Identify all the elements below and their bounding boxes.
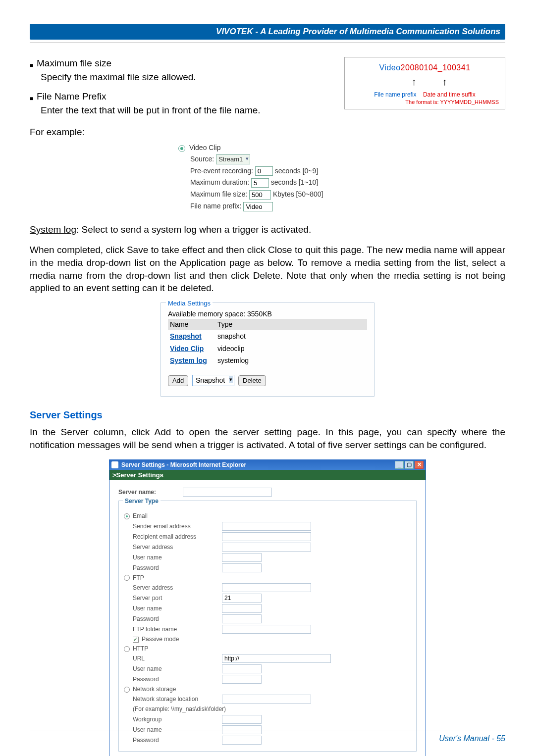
radio-http[interactable] — [124, 646, 130, 652]
ftp-port-label: Server port — [133, 594, 222, 602]
ns-workgroup-input[interactable] — [222, 715, 262, 724]
diagram-suffix-label: Date and time suffix — [423, 91, 476, 99]
email-user-input[interactable] — [222, 553, 262, 562]
ns-location-label: Network storage location — [133, 695, 222, 703]
systemlog-rest: : Select to send a system log when a tri… — [76, 224, 311, 235]
diagram-prefix-label: File name prefix — [374, 91, 416, 99]
col-name: Name — [168, 320, 217, 329]
email-server-label: Server address — [133, 543, 222, 551]
maximize-icon[interactable]: ▢ — [405, 461, 414, 469]
media-table-header: Name Type — [168, 319, 367, 330]
sender-input[interactable] — [222, 522, 311, 531]
passive-label: Passive mode — [142, 636, 179, 643]
footer-rule — [30, 730, 505, 730]
media-type: snapshot — [217, 332, 367, 341]
prefix-input[interactable] — [243, 202, 273, 211]
radio-icon[interactable] — [178, 145, 185, 152]
email-user-label: User name — [133, 554, 222, 561]
email-label: Email — [133, 512, 148, 519]
recipient-input[interactable] — [222, 532, 311, 541]
media-select[interactable]: Snapshot — [192, 375, 234, 386]
http-label: HTTP — [133, 645, 148, 652]
diagram-format-label: The format is: YYYYMMDD_HHMMSS — [349, 99, 501, 106]
table-row: Snapshot snapshot — [168, 330, 367, 343]
completion-paragraph: When completed, click Save to take effec… — [30, 244, 505, 295]
filesize-label: Maximum file size: — [190, 190, 247, 198]
media-settings-title: Media Settings — [166, 299, 213, 308]
ftp-server-label: Server address — [133, 584, 222, 592]
ns-pass-input[interactable] — [222, 736, 262, 745]
ftp-folder-label: FTP folder name — [133, 625, 222, 633]
media-type: systemlog — [217, 356, 367, 365]
preevent-input[interactable] — [255, 166, 273, 176]
ns-pass-label: Password — [133, 736, 222, 744]
media-name-link[interactable]: Video Clip — [168, 344, 217, 353]
bullet-max-size-desc: Specify the maximal file size allowed. — [37, 71, 334, 84]
ftp-port-input[interactable] — [222, 594, 262, 603]
radio-ftp[interactable] — [124, 575, 130, 581]
server-settings-heading: Server Settings — [30, 408, 505, 422]
duration-unit: seconds [1~10] — [271, 178, 318, 186]
close-icon[interactable]: ✕ — [415, 461, 424, 469]
duration-label: Maximum duration: — [190, 178, 249, 186]
bullet-max-size-title: Maximum file size — [37, 57, 111, 70]
http-pass-label: Password — [133, 675, 222, 683]
filesize-input[interactable] — [249, 190, 271, 200]
video-clip-example: Video Clip Source: Stream1 Pre-event rec… — [178, 143, 357, 211]
source-label: Source: — [190, 155, 214, 163]
source-select[interactable]: Stream1 — [216, 154, 250, 164]
arrow-up-icon: ↑ — [442, 75, 447, 89]
table-row: System log systemlog — [168, 354, 367, 367]
ns-workgroup-label: Workgroup — [133, 715, 222, 723]
http-user-input[interactable] — [222, 664, 262, 673]
passive-checkbox[interactable] — [133, 637, 139, 643]
ftp-user-label: User name — [133, 605, 222, 612]
delete-button[interactable]: Delete — [238, 375, 266, 386]
minimize-icon[interactable]: _ — [395, 461, 404, 469]
media-type: videoclip — [217, 344, 367, 353]
bullet-prefix-desc: Enter the text that will be put in front… — [37, 104, 334, 117]
ns-location-input[interactable] — [222, 695, 311, 704]
col-type: Type — [217, 320, 232, 329]
server-name-label: Server name: — [118, 488, 183, 496]
email-pass-label: Password — [133, 564, 222, 572]
email-server-input[interactable] — [222, 543, 311, 552]
http-url-input[interactable] — [222, 654, 331, 663]
ns-example: (For example: \\my_nas\disk\folder) — [133, 705, 226, 713]
page-footer: User's Manual - 55 — [439, 734, 505, 743]
ftp-server-input[interactable] — [222, 583, 311, 592]
app-icon — [111, 461, 118, 468]
page-section-header: >Server Settings — [109, 470, 426, 481]
ftp-user-input[interactable] — [222, 604, 262, 613]
ie-window: Server Settings - Microsoft Internet Exp… — [109, 459, 426, 756]
http-url-label: URL — [133, 655, 222, 662]
prefix-label: File name prefix: — [190, 202, 241, 210]
ftp-folder-input[interactable] — [222, 625, 311, 634]
email-pass-input[interactable] — [222, 563, 262, 572]
filesize-unit: Kbytes [50~800] — [273, 190, 323, 198]
example-label: For example: — [30, 126, 505, 139]
ftp-pass-input[interactable] — [222, 614, 262, 623]
ftp-pass-label: Password — [133, 615, 222, 623]
video-clip-title: Video Clip — [189, 144, 221, 151]
ns-label: Network storage — [133, 686, 176, 693]
window-titlebar: Server Settings - Microsoft Internet Exp… — [109, 460, 426, 470]
preevent-unit: seconds [0~9] — [275, 167, 319, 175]
media-name-link[interactable]: Snapshot — [168, 332, 217, 341]
page-header: VIVOTEK - A Leading Provider of Multimed… — [30, 24, 505, 40]
radio-email[interactable] — [124, 513, 130, 519]
diagram-prefix: Video — [379, 63, 400, 72]
preevent-label: Pre-event recording: — [190, 167, 253, 175]
http-pass-input[interactable] — [222, 675, 262, 684]
filename-diagram: Video20080104_100341 ↑ ↑ File name prefi… — [344, 57, 505, 109]
arrow-up-icon: ↑ — [412, 75, 417, 89]
server-name-input[interactable] — [183, 488, 272, 497]
recipient-label: Recipient email address — [133, 533, 222, 541]
add-button[interactable]: Add — [168, 375, 188, 386]
bullet-prefix-title: File Name Prefix — [37, 90, 106, 103]
table-row: Video Clip videoclip — [168, 343, 367, 355]
server-settings-intro: In the Server column, click Add to open … — [30, 426, 505, 451]
duration-input[interactable] — [251, 178, 269, 188]
media-name-link[interactable]: System log — [168, 356, 217, 365]
radio-network-storage[interactable] — [124, 687, 130, 693]
